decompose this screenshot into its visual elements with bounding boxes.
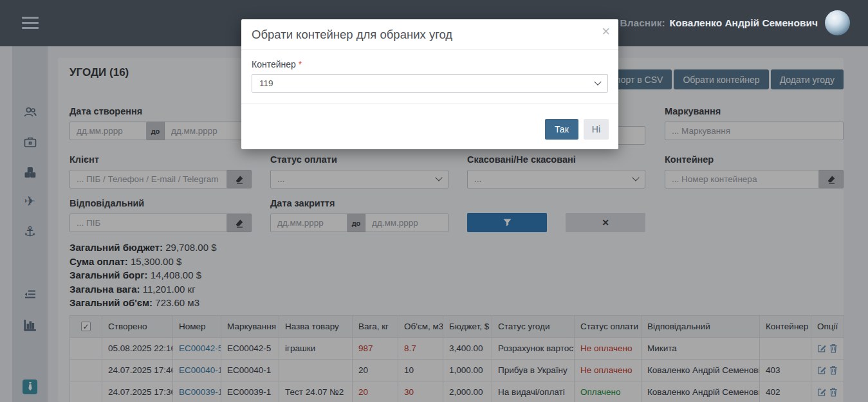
chevron-down-icon bbox=[594, 78, 601, 85]
pick-container-modal: Обрати контейнер для обраних угод × Конт… bbox=[241, 19, 618, 149]
avatar[interactable] bbox=[825, 10, 850, 35]
required-asterisk: * bbox=[299, 59, 302, 69]
container-select[interactable]: 119 bbox=[252, 74, 608, 93]
modal-title: Обрати контейнер для обраних угод bbox=[252, 28, 452, 42]
container-select-value: 119 bbox=[259, 78, 273, 88]
modal-footer: Так Ні bbox=[241, 104, 618, 149]
close-icon[interactable]: × bbox=[602, 24, 610, 39]
confirm-button[interactable]: Так bbox=[545, 119, 578, 140]
modal-header: Обрати контейнер для обраних угод × bbox=[241, 19, 618, 50]
owner-label: Власник: bbox=[620, 17, 665, 29]
container-field-label: Контейнер * bbox=[252, 59, 608, 69]
cancel-button[interactable]: Ні bbox=[584, 119, 609, 140]
owner-info: Власник: Коваленко Андрій Семенович bbox=[620, 0, 818, 46]
menu-icon[interactable] bbox=[22, 17, 39, 30]
modal-body: Контейнер * 119 bbox=[241, 50, 618, 104]
owner-name: Коваленко Андрій Семенович bbox=[670, 17, 818, 29]
